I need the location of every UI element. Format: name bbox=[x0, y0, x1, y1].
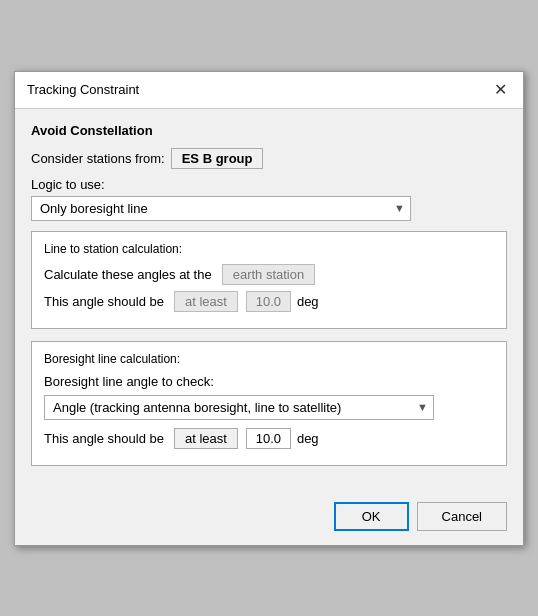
consider-stations-label: Consider stations from: bbox=[31, 151, 165, 166]
line-to-station-box: Line to station calculation: Calculate t… bbox=[31, 231, 507, 329]
close-button[interactable]: ✕ bbox=[490, 80, 511, 100]
avoid-constellation-title: Avoid Constellation bbox=[31, 123, 507, 138]
avoid-constellation-section: Avoid Constellation Consider stations fr… bbox=[31, 123, 507, 221]
station-group-button[interactable]: ES B group bbox=[171, 148, 264, 169]
dialog-title: Tracking Constraint bbox=[27, 82, 139, 97]
deg-label-boresight: deg bbox=[297, 431, 319, 446]
boresight-check-row: Boresight line angle to check: bbox=[44, 374, 494, 389]
ok-button[interactable]: OK bbox=[334, 502, 409, 531]
calc-label: Calculate these angles at the bbox=[44, 267, 212, 282]
cancel-button[interactable]: Cancel bbox=[417, 502, 507, 531]
boresight-line-box: Boresight line calculation: Boresight li… bbox=[31, 341, 507, 466]
boresight-dropdown-row: Angle (tracking antenna boresight, line … bbox=[44, 395, 494, 420]
angle-row-boresight: This angle should be at least 10.0 deg bbox=[44, 428, 494, 449]
angle-label-line: This angle should be bbox=[44, 294, 164, 309]
angle-label-boresight: This angle should be bbox=[44, 431, 164, 446]
boresight-check-label: Boresight line angle to check: bbox=[44, 374, 214, 389]
at-least-button-line: at least bbox=[174, 291, 238, 312]
logic-row: Logic to use: Only boresight line ▼ bbox=[31, 177, 507, 221]
deg-label-line: deg bbox=[297, 294, 319, 309]
boresight-line-title: Boresight line calculation: bbox=[44, 352, 494, 366]
angle-value-boresight: 10.0 bbox=[246, 428, 291, 449]
boresight-select-wrapper: Angle (tracking antenna boresight, line … bbox=[44, 395, 434, 420]
boresight-select[interactable]: Angle (tracking antenna boresight, line … bbox=[44, 395, 434, 420]
at-least-button-boresight[interactable]: at least bbox=[174, 428, 238, 449]
logic-select-wrapper: Only boresight line ▼ bbox=[31, 196, 411, 221]
tracking-constraint-dialog: Tracking Constraint ✕ Avoid Constellatio… bbox=[14, 71, 524, 546]
logic-label: Logic to use: bbox=[31, 177, 507, 192]
angle-value-line: 10.0 bbox=[246, 291, 291, 312]
consider-stations-row: Consider stations from: ES B group bbox=[31, 148, 507, 169]
logic-select[interactable]: Only boresight line bbox=[31, 196, 411, 221]
dialog-footer: OK Cancel bbox=[15, 492, 523, 545]
dialog-body: Avoid Constellation Consider stations fr… bbox=[15, 109, 523, 492]
calculate-angles-row: Calculate these angles at the earth stat… bbox=[44, 264, 494, 285]
earth-station-value: earth station bbox=[222, 264, 316, 285]
line-to-station-label: Line to station calculation: bbox=[44, 242, 494, 256]
title-bar: Tracking Constraint ✕ bbox=[15, 72, 523, 109]
angle-row-line: This angle should be at least 10.0 deg bbox=[44, 291, 494, 312]
